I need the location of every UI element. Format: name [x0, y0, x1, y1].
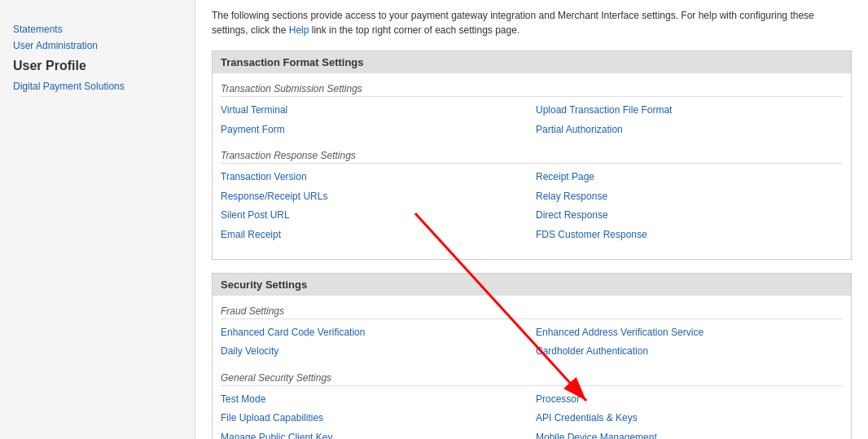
link-cell-left: Email Receipt [221, 226, 528, 244]
main-content: The following sections provide access to… [195, 0, 868, 439]
link-cell-left: Response/Receipt URLs [221, 188, 528, 206]
link-cell-left: Payment Form [221, 121, 528, 139]
link-test-mode[interactable]: Test Mode [221, 393, 265, 405]
link-api-credentials-&-keys[interactable]: API Credentials & Keys [536, 412, 638, 424]
help-link[interactable]: Help [289, 24, 309, 36]
link-payment-form[interactable]: Payment Form [221, 124, 285, 135]
link-cell-left: Manage Public Client Key [221, 429, 528, 439]
link-cell-right: FDS Customer Response [536, 226, 843, 244]
section-body-transaction-format: Transaction Submission SettingsVirtual T… [213, 73, 851, 259]
section-security-settings: Security SettingsFraud SettingsEnhanced … [212, 273, 852, 439]
link-daily-velocity[interactable]: Daily Velocity [221, 345, 278, 357]
link-cell-right: Mobile Device Management [536, 429, 843, 439]
links-grid: Enhanced Card Code VerificationEnhanced … [221, 323, 843, 362]
link-cell-right: Processor [536, 391, 843, 409]
intro-text: The following sections provide access to… [212, 8, 852, 37]
link-cell-right: Enhanced Address Verification Service [536, 324, 843, 342]
link-cell-left: Test Mode [221, 391, 528, 409]
link-cell-left: Silent Post URL [221, 207, 528, 225]
link-partial-authorization[interactable]: Partial Authorization [536, 124, 623, 135]
sub-section-title: Transaction Submission Settings [221, 80, 843, 97]
sub-section-title: General Security Settings [221, 369, 843, 386]
link-silent-post-url[interactable]: Silent Post URL [221, 209, 290, 221]
sidebar-nav-item-statements[interactable]: Statements [0, 21, 195, 37]
links-grid: Transaction VersionReceipt PageResponse/… [221, 167, 843, 245]
sub-section: Fraud SettingsEnhanced Card Code Verific… [221, 302, 843, 362]
link-cell-right: Partial Authorization [536, 121, 843, 139]
link-cardholder-authentication[interactable]: Cardholder Authentication [536, 345, 648, 357]
link-cell-left: Virtual Terminal [221, 102, 528, 120]
sidebar-nav-item-digital-payment-solutions[interactable]: Digital Payment Solutions [0, 78, 195, 94]
link-enhanced-address-verification-service[interactable]: Enhanced Address Verification Service [536, 327, 704, 338]
link-response/receipt-urls[interactable]: Response/Receipt URLs [221, 191, 327, 202]
link-cell-left: Transaction Version [221, 169, 528, 187]
link-mobile-device-management[interactable]: Mobile Device Management [536, 432, 657, 439]
link-cell-right: Cardholder Authentication [536, 343, 843, 361]
sub-section-title: Fraud Settings [221, 302, 843, 319]
sidebar-nav-item-user-administration[interactable]: User Administration [0, 37, 195, 54]
link-direct-response[interactable]: Direct Response [536, 209, 608, 221]
link-relay-response[interactable]: Relay Response [536, 191, 607, 202]
link-manage-public-client-key[interactable]: Manage Public Client Key [221, 432, 332, 439]
link-cell-left: File Upload Capabilities [221, 410, 528, 428]
link-file-upload-capabilities[interactable]: File Upload Capabilities [221, 412, 323, 424]
link-cell-right: Receipt Page [536, 169, 843, 187]
sidebar-nav: StatementsUser AdministrationUser Profil… [0, 18, 195, 98]
section-header-security-settings: Security Settings [213, 274, 851, 296]
link-receipt-page[interactable]: Receipt Page [536, 171, 594, 182]
link-processor[interactable]: Processor [536, 393, 580, 405]
link-transaction-version[interactable]: Transaction Version [221, 171, 307, 182]
links-grid: Test ModeProcessorFile Upload Capabiliti… [221, 389, 843, 439]
link-upload-transaction-file-format[interactable]: Upload Transaction File Format [536, 104, 672, 116]
link-virtual-terminal[interactable]: Virtual Terminal [221, 104, 287, 116]
sidebar-title [0, 8, 195, 18]
link-cell-right: Direct Response [536, 207, 843, 225]
link-enhanced-card-code-verification[interactable]: Enhanced Card Code Verification [221, 327, 365, 338]
sub-section: General Security SettingsTest ModeProces… [221, 369, 843, 439]
link-cell-right: Relay Response [536, 188, 843, 206]
sub-section-title: Transaction Response Settings [221, 147, 843, 164]
sidebar: StatementsUser AdministrationUser Profil… [0, 0, 195, 439]
links-grid: Virtual TerminalUpload Transaction File … [221, 100, 843, 140]
link-cell-right: API Credentials & Keys [536, 410, 843, 428]
sub-section: Transaction Submission SettingsVirtual T… [221, 80, 843, 140]
sections-container: Transaction Format SettingsTransaction S… [212, 50, 852, 439]
section-header-transaction-format: Transaction Format Settings [213, 51, 851, 73]
sidebar-nav-item-user-profile: User Profile [0, 54, 195, 78]
section-body-security-settings: Fraud SettingsEnhanced Card Code Verific… [213, 296, 851, 439]
link-cell-left: Enhanced Card Code Verification [221, 324, 528, 342]
link-fds-customer-response[interactable]: FDS Customer Response [536, 229, 647, 240]
link-cell-left: Daily Velocity [221, 343, 528, 361]
section-transaction-format: Transaction Format SettingsTransaction S… [212, 50, 852, 260]
link-cell-right: Upload Transaction File Format [536, 102, 843, 120]
sub-section: Transaction Response SettingsTransaction… [221, 147, 843, 245]
link-email-receipt[interactable]: Email Receipt [221, 229, 281, 240]
